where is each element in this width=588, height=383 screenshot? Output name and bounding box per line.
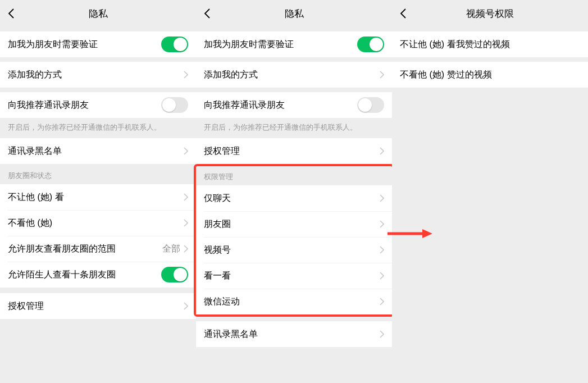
cell-label: 加我为朋友时需要验证 [204,39,294,51]
toggle-recommend[interactable] [357,97,384,113]
chevron-right-icon [380,71,384,79]
cell-channel[interactable]: 视频号 [196,237,392,263]
toggle-verify[interactable] [357,37,384,52]
chevron-right-icon [184,193,188,201]
cell-blacklist[interactable]: 通讯录黑名单 [0,138,196,164]
chevron-right-icon [380,147,384,155]
highlight-box: 权限管理 仅聊天 朋友圈 视频号 看一看 微信运动 [194,164,394,317]
back-button[interactable] [0,0,22,27]
chevron-right-icon [184,71,188,79]
header: 视频号权限 [392,0,588,27]
header: 隐私 [0,0,196,27]
cell-recommend[interactable]: 向我推荐通讯录朋友 [196,92,392,118]
page-title: 隐私 [89,7,108,20]
chevron-right-icon [380,220,384,228]
chevron-right-icon [184,219,188,227]
chevron-right-icon [184,245,188,253]
cell-label: 通讯录黑名单 [8,145,62,157]
chevron-right-icon [184,147,188,155]
panel-privacy-1: 隐私 加我为朋友时需要验证 添加我的方式 向我推荐通讯录朋友 开启后，为你推荐已… [0,0,196,383]
cell-label: 不让他 (她) 看 [8,191,64,203]
toggle-recommend[interactable] [161,97,188,113]
cell-label: 授权管理 [204,145,240,157]
cell-add-method[interactable]: 添加我的方式 [0,62,196,88]
panel-channel-perm: 视频号权限 不让他 (她) 看我赞过的视频 不看他 (她) 赞过的视频 [392,0,588,383]
cell-blacklist[interactable]: 通讯录黑名单 [196,321,392,347]
header: 隐私 [196,0,392,27]
back-button[interactable] [392,0,414,27]
cell-label: 添加我的方式 [8,69,62,81]
chevron-right-icon [380,330,384,338]
cell-werun[interactable]: 微信运动 [196,289,392,314]
cell-label: 仅聊天 [204,193,231,204]
cell-auth-manage[interactable]: 授权管理 [0,293,196,319]
cell-value: 全部 [162,243,180,255]
cell-label: 向我推荐通讯录朋友 [204,99,285,111]
cell-add-method[interactable]: 添加我的方式 [196,62,392,88]
cell-label: 向我推荐通讯录朋友 [8,99,89,111]
chevron-right-icon [380,272,384,280]
cell-auth-manage[interactable]: 授权管理 [196,138,392,164]
cell-dont-see-likes[interactable]: 不看他 (她) 赞过的视频 [392,62,588,88]
cell-verify[interactable]: 加我为朋友时需要验证 [0,31,196,57]
cell-label: 添加我的方式 [204,69,258,81]
cell-label: 不看他 (她) 赞过的视频 [400,69,492,81]
chevron-left-icon [400,8,407,19]
page-title: 隐私 [285,7,304,20]
footer-recommend: 开启后，为你推荐已经开通微信的手机联系人。 [0,118,196,135]
chevron-right-icon [184,302,188,310]
cell-moments-range[interactable]: 允许朋友查看朋友圈的范围 全部 [0,236,196,262]
cell-label: 视频号 [204,244,231,256]
cell-label: 看一看 [204,270,231,282]
cell-hide-from[interactable]: 不让他 (她) 看 [0,184,196,210]
cell-moments[interactable]: 朋友圈 [196,211,392,237]
chevron-right-icon [380,298,384,306]
footer-recommend: 开启后，为你推荐已经开通微信的手机联系人。 [196,118,392,135]
cell-dont-see[interactable]: 不看他 (她) [0,210,196,236]
cell-top-stories[interactable]: 看一看 [196,263,392,289]
cell-label: 允许陌生人查看十条朋友圈 [8,269,116,281]
back-button[interactable] [196,0,218,27]
page-title: 视频号权限 [466,7,514,20]
cell-label: 不让他 (她) 看我赞过的视频 [400,39,510,51]
svg-marker-1 [422,229,432,238]
cell-chat-only[interactable]: 仅聊天 [196,185,392,211]
section-header-perms: 权限管理 [196,166,392,185]
arrow-icon [388,228,432,239]
cell-label: 加我为朋友时需要验证 [8,39,98,51]
cell-label: 不看他 (她) [8,217,52,229]
cell-label: 通讯录黑名单 [204,329,258,340]
chevron-left-icon [204,8,211,19]
cell-label: 朋友圈 [204,218,231,230]
cell-stranger-ten[interactable]: 允许陌生人查看十条朋友圈 [0,262,196,288]
cell-recommend[interactable]: 向我推荐通讯录朋友 [0,92,196,118]
chevron-left-icon [8,8,15,19]
section-header-moments: 朋友圈和状态 [0,164,196,184]
toggle-verify[interactable] [161,37,188,52]
chevron-right-icon [380,194,384,202]
panel-privacy-2: 隐私 加我为朋友时需要验证 添加我的方式 向我推荐通讯录朋友 开启后，为你推荐已… [196,0,392,383]
chevron-right-icon [380,246,384,254]
cell-label: 授权管理 [8,300,44,312]
cell-label: 微信运动 [204,296,240,308]
cell-label: 允许朋友查看朋友圈的范围 [8,243,116,255]
toggle-stranger-ten[interactable] [161,267,188,282]
cell-hide-my-likes[interactable]: 不让他 (她) 看我赞过的视频 [392,31,588,57]
cell-verify[interactable]: 加我为朋友时需要验证 [196,31,392,57]
